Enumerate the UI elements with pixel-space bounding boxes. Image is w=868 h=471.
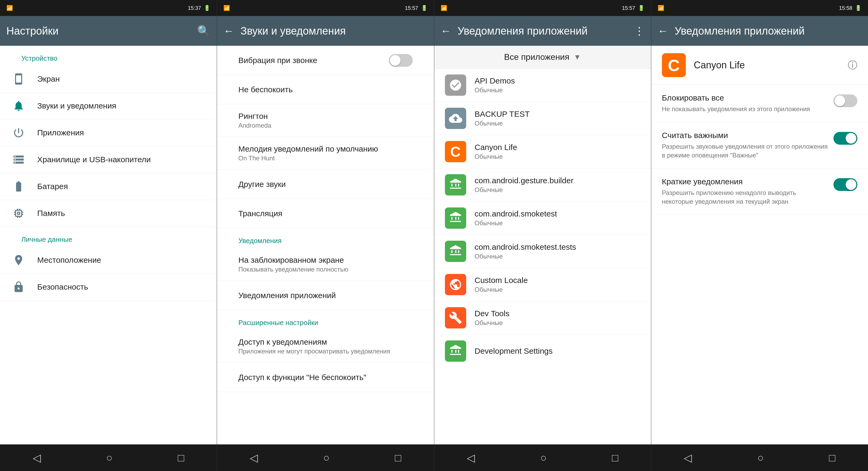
app-item-dev-settings[interactable]: Development Settings: [434, 335, 651, 368]
settings-item-memory[interactable]: Память: [0, 200, 217, 227]
block-all-toggle[interactable]: [833, 94, 857, 107]
settings-item-security[interactable]: Безопасность: [0, 274, 217, 301]
sound-app-notif-label: Уведомления приложений: [238, 291, 412, 300]
search-icon-settings[interactable]: 🔍: [197, 25, 210, 37]
sound-notif-access-value: Приложения не могут просматривать уведом…: [238, 348, 412, 355]
sound-ringtone-value: Andromeda: [238, 122, 412, 129]
api-demos-text: API Demos Обычные: [475, 76, 640, 94]
app-item-gesture[interactable]: com.android.gesture.builder Обычные: [434, 168, 651, 201]
status-bar-2: 📶 15:57 🔋: [217, 0, 434, 16]
app-bar-canyon: ← Уведомления приложений: [651, 16, 868, 46]
canyon-important-text: Считать важными Разрешить звуковые уведо…: [662, 131, 828, 160]
settings-item-location-text: Местоположение: [37, 256, 206, 264]
backup-test-text: BACKUP TEST Обычные: [475, 109, 640, 127]
canyon-life-info-icon[interactable]: ⓘ: [848, 59, 857, 72]
canyon-setting-block-all[interactable]: Блокировать все Не показывать уведомлени…: [651, 85, 868, 122]
sound-item-notif-melody[interactable]: Мелодия уведомлений по умолчанию On The …: [217, 137, 434, 170]
nav-back-2[interactable]: ◁: [234, 446, 274, 469]
sound-item-vibration[interactable]: Вибрация при звонке: [217, 46, 434, 75]
sound-item-ringtone[interactable]: Рингтон Andromeda: [217, 104, 434, 137]
screen-settings: 📶 15:37 🔋 Настройки 🔍 Устройство Экран З…: [0, 0, 217, 471]
brief-toggle-wrap: [833, 177, 857, 191]
status-time-2: 15:57: [405, 5, 418, 11]
app-item-canyon-life[interactable]: C Canyon Life Обычные: [434, 135, 651, 168]
settings-item-apps[interactable]: Приложения: [0, 119, 217, 146]
status-signal-3: 📶: [441, 5, 447, 11]
sound-vibration-label: Вибрация при звонке: [238, 56, 389, 65]
nav-recents-1[interactable]: □: [162, 446, 200, 469]
canyon-brief-desc: Разрешить приложению ненадолго выводить …: [662, 188, 828, 206]
nav-bar-4: ◁ ○ □: [651, 444, 868, 471]
status-battery-4: 🔋: [855, 5, 862, 11]
nav-home-3[interactable]: ○: [524, 446, 562, 469]
app-item-smoketest-tests[interactable]: com.android.smoketest.tests Обычные: [434, 235, 651, 268]
sound-item-other[interactable]: Другие звуки: [217, 170, 434, 199]
custom-locale-name: Custom Locale: [475, 276, 640, 285]
settings-item-location-label: Местоположение: [37, 256, 206, 264]
sound-item-ringtone-text: Рингтон Andromeda: [238, 112, 412, 129]
nav-recents-4[interactable]: □: [813, 446, 851, 469]
status-bar-4: 📶 15:58 🔋: [651, 0, 868, 16]
app-item-custom-locale[interactable]: Custom Locale Обычные: [434, 268, 651, 301]
app-item-smoketest[interactable]: com.android.smoketest Обычные: [434, 201, 651, 235]
app-item-dev-tools[interactable]: Dev Tools Обычные: [434, 301, 651, 335]
important-toggle[interactable]: [833, 132, 857, 145]
canyon-setting-brief[interactable]: Краткие уведомления Разрешить приложению…: [651, 168, 868, 215]
nav-home-4[interactable]: ○: [741, 446, 780, 469]
settings-item-apps-text: Приложения: [37, 128, 206, 137]
sound-item-notif-access[interactable]: Доступ к уведомлениям Приложения не могу…: [217, 330, 434, 363]
gesture-name: com.android.gesture.builder: [475, 176, 640, 185]
apps-icon: [11, 125, 27, 141]
settings-item-storage[interactable]: Хранилище и USB-накопители: [0, 146, 217, 173]
section-notifications: Уведомления: [217, 228, 434, 248]
sound-item-app-notif[interactable]: Уведомления приложений: [217, 281, 434, 310]
sound-item-locked-text: На заблокированном экране Показывать уве…: [238, 256, 412, 273]
dev-tools-icon: [445, 307, 466, 328]
app-item-backup-test[interactable]: BACKUP TEST Обычные: [434, 102, 651, 135]
sound-item-dnd[interactable]: Не беспокоить: [217, 75, 434, 104]
brief-toggle[interactable]: [833, 178, 857, 191]
sound-dnd-label: Не беспокоить: [238, 85, 412, 94]
nav-back-4[interactable]: ◁: [668, 446, 708, 469]
nav-home-1[interactable]: ○: [90, 446, 128, 469]
app-bar-title-sound: Звуки и уведомления: [240, 25, 427, 37]
vibration-toggle[interactable]: [389, 54, 413, 67]
canyon-block-all-desc: Не показывать уведомления из этого прило…: [662, 104, 828, 114]
more-icon-app-notif[interactable]: ⋮: [634, 25, 645, 37]
smoketest-tests-text: com.android.smoketest.tests Обычные: [475, 243, 640, 260]
sound-dnd-access-label: Доступ к функции "Не беспокоить": [238, 373, 412, 382]
sound-locked-label: На заблокированном экране: [238, 256, 412, 264]
nav-home-2[interactable]: ○: [307, 446, 345, 469]
important-toggle-wrap: [833, 131, 857, 145]
sound-item-broadcast[interactable]: Трансляция: [217, 199, 434, 228]
settings-item-storage-label: Хранилище и USB-накопители: [37, 155, 206, 164]
dev-settings-name: Development Settings: [475, 347, 640, 355]
dev-tools-sub: Обычные: [475, 319, 640, 326]
canyon-setting-important[interactable]: Считать важными Разрешить звуковые уведо…: [651, 122, 868, 168]
dropdown-arrow-icon: ▼: [574, 53, 581, 61]
sound-locked-value: Показывать уведомление полностью: [238, 266, 412, 273]
settings-item-battery[interactable]: Батарея: [0, 173, 217, 200]
settings-item-sound[interactable]: Звуки и уведомления: [0, 93, 217, 119]
app-item-api-demos[interactable]: API Demos Обычные: [434, 69, 651, 102]
nav-recents-3[interactable]: □: [596, 446, 634, 469]
smoketest-icon: [445, 208, 466, 229]
settings-item-screen[interactable]: Экран: [0, 66, 217, 93]
status-bar-1: 📶 15:37 🔋: [0, 0, 217, 16]
sound-item-broadcast-text: Трансляция: [238, 209, 412, 218]
nav-recents-2[interactable]: □: [379, 446, 417, 469]
sound-item-dnd-access[interactable]: Доступ к функции "Не беспокоить": [217, 363, 434, 392]
all-apps-dropdown[interactable]: Все приложения ▼: [434, 46, 651, 69]
nav-back-1[interactable]: ◁: [17, 446, 57, 469]
location-icon: [11, 252, 27, 268]
settings-item-location[interactable]: Местоположение: [0, 247, 217, 274]
nav-back-3[interactable]: ◁: [451, 446, 491, 469]
back-icon-canyon[interactable]: ←: [658, 25, 668, 37]
gesture-text: com.android.gesture.builder Обычные: [475, 176, 640, 194]
back-icon-sound[interactable]: ←: [223, 25, 234, 37]
settings-content: Устройство Экран Звуки и уведомления При…: [0, 46, 217, 444]
back-icon-app-notif[interactable]: ←: [441, 25, 451, 37]
smoketest-sub: Обычные: [475, 219, 640, 227]
app-bar-title-canyon: Уведомления приложений: [675, 25, 862, 37]
sound-item-locked[interactable]: На заблокированном экране Показывать уве…: [217, 248, 434, 281]
